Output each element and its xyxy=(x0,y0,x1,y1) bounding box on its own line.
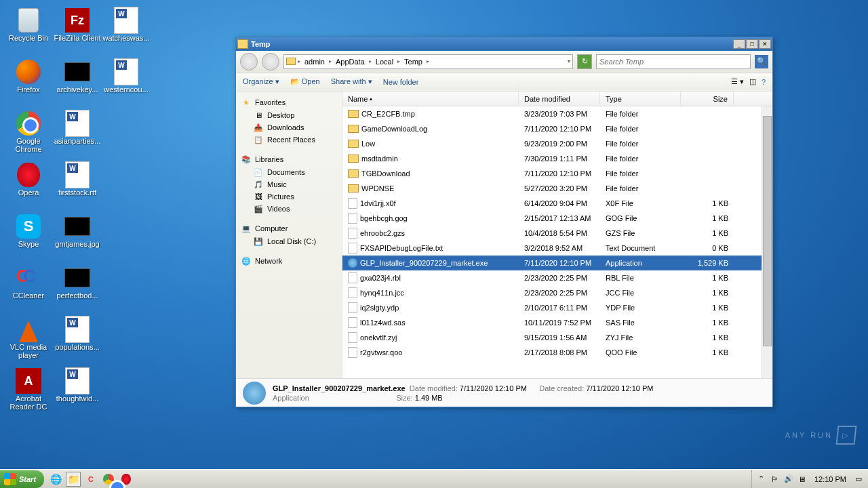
details-filename: GLP_Installer_900207229_market.exe xyxy=(273,384,406,392)
network-group[interactable]: 🌐Network xyxy=(236,254,342,268)
column-name[interactable]: Name ▴ xyxy=(342,92,519,106)
search-button[interactable]: 🔍 xyxy=(755,55,768,68)
nav-recent[interactable]: 📋Recent Places xyxy=(236,134,342,146)
desktop-icon[interactable]: westerncou... xyxy=(102,56,151,107)
file-row[interactable]: hynq411n.jcc2/23/2020 2:25 PMJCC File1 K… xyxy=(342,285,772,300)
search-box[interactable] xyxy=(596,54,751,69)
computer-icon: 💻 xyxy=(241,224,251,233)
chevron-right-icon[interactable]: ▸ xyxy=(369,58,372,64)
new-folder-button[interactable]: New folder xyxy=(383,78,419,86)
nav-downloads[interactable]: 📥Downloads xyxy=(236,121,342,134)
preview-pane-button[interactable]: ◫ xyxy=(749,77,756,86)
taskbar-clock[interactable]: 12:10 PM xyxy=(810,475,850,483)
column-date[interactable]: Date modified xyxy=(519,92,600,106)
desktop-icons-grid: Recycle BinFirefoxGoogle ChromeOperaSSky… xyxy=(4,4,151,458)
computer-group[interactable]: 💻Computer xyxy=(236,222,342,235)
desktop-icon[interactable]: Recycle Bin xyxy=(4,4,53,56)
file-row[interactable]: bgehbcgh.gog2/15/2017 12:13 AMGOG File1 … xyxy=(342,211,772,226)
column-size[interactable]: Size xyxy=(681,92,734,106)
file-row[interactable]: GameDownloadLog7/11/2020 12:10 PMFile fo… xyxy=(342,121,772,136)
nav-videos[interactable]: 🎬Videos xyxy=(236,203,342,215)
address-bar[interactable]: ▸ admin ▸ AppData ▸ Local ▸ Temp ▸ ▾ xyxy=(283,54,573,69)
thumb-icon xyxy=(64,264,91,291)
desktop-icon[interactable]: Opera xyxy=(4,159,53,210)
file-row[interactable]: ehroobc2.gzs10/4/2018 5:54 PMGZS File1 K… xyxy=(342,226,772,241)
breadcrumb-segment[interactable]: AppData xyxy=(334,58,367,66)
file-row[interactable]: msdtadmin7/30/2019 1:11 PMFile folder xyxy=(342,151,772,166)
taskbar-chrome[interactable] xyxy=(101,472,116,487)
file-row[interactable]: CR_E2CFB.tmp3/23/2019 7:03 PMFile folder xyxy=(342,106,772,121)
minimize-button[interactable]: _ xyxy=(733,39,745,49)
tray-network[interactable]: 🖥 xyxy=(797,474,808,485)
tray-volume[interactable]: 🔊 xyxy=(783,474,794,485)
nav-music[interactable]: 🎵Music xyxy=(236,178,342,190)
file-row[interactable]: iq2slgty.ydp2/10/2017 6:11 PMYDP File1 K… xyxy=(342,300,772,315)
file-row[interactable]: WPDNSE5/27/2020 3:20 PMFile folder xyxy=(342,181,772,196)
view-menu[interactable]: ☰ ▾ xyxy=(731,77,744,86)
chevron-right-icon[interactable]: ▸ xyxy=(329,58,332,64)
icon-label: watcheswas... xyxy=(102,34,149,42)
desktop-icon[interactable]: firststock.rtf xyxy=(53,159,102,210)
chevron-down-icon[interactable]: ▾ xyxy=(568,58,570,64)
file-row[interactable]: GLP_Installer_900207229_market.exe7/11/2… xyxy=(342,256,772,270)
file-row[interactable]: TGBDownload7/11/2020 12:10 PMFile folder xyxy=(342,166,772,181)
file-icon xyxy=(348,287,357,298)
favorites-group[interactable]: ★Favorites xyxy=(236,96,342,109)
file-row[interactable]: Low9/23/2019 2:00 PMFile folder xyxy=(342,136,772,151)
desktop-icon[interactable]: watcheswas... xyxy=(102,4,151,56)
taskbar-ccleaner[interactable]: C xyxy=(83,472,98,487)
desktop-icon[interactable]: perfectbod... xyxy=(53,262,102,313)
desktop-icon[interactable]: Google Chrome xyxy=(4,107,53,159)
desktop-icon[interactable]: CCleaner xyxy=(4,262,53,313)
open-button[interactable]: 📂 Open xyxy=(290,77,320,86)
chevron-right-icon[interactable]: ▸ xyxy=(298,58,300,64)
nav-pictures[interactable]: 🖼Pictures xyxy=(236,190,342,203)
file-row[interactable]: l011z4wd.sas10/11/2019 7:52 PMSAS File1 … xyxy=(342,315,772,330)
chevron-right-icon[interactable]: ▸ xyxy=(427,58,429,64)
back-button[interactable] xyxy=(240,53,258,70)
breadcrumb-segment[interactable]: Local xyxy=(374,58,395,66)
file-row[interactable]: gxa023j4.rbl2/23/2020 2:25 PMRBL File1 K… xyxy=(342,270,772,285)
help-button[interactable]: ? xyxy=(762,78,766,86)
forward-button[interactable] xyxy=(262,53,279,70)
show-desktop[interactable]: ▭ xyxy=(853,474,864,485)
tray-expand[interactable]: ⌃ xyxy=(756,474,767,485)
chevron-right-icon[interactable]: ▸ xyxy=(397,58,400,64)
file-icon xyxy=(348,317,357,328)
search-input[interactable] xyxy=(599,58,747,66)
nav-local-disk[interactable]: 💾Local Disk (C:) xyxy=(236,235,342,247)
taskbar-explorer[interactable]: 📁 xyxy=(66,472,81,487)
desktop-icon[interactable]: gmtjames.jpg xyxy=(53,210,102,262)
nav-documents[interactable]: 📄Documents xyxy=(236,166,342,178)
desktop-icon[interactable]: VLC media player xyxy=(4,313,53,365)
desktop-icon[interactable]: AAcrobat Reader DC xyxy=(4,365,53,416)
start-button[interactable]: Start xyxy=(0,470,44,488)
tray-action-center[interactable]: 🏳 xyxy=(770,474,781,485)
taskbar-ie[interactable]: 🌐 xyxy=(48,472,63,487)
desktop-icon[interactable]: FzFileZilla Client xyxy=(53,4,102,56)
organize-menu[interactable]: Organize ▾ xyxy=(243,77,279,86)
titlebar[interactable]: Temp _ □ ✕ xyxy=(236,37,772,51)
file-row[interactable]: 1dvi1rjj.x0f6/14/2020 9:04 PMX0F File1 K… xyxy=(342,196,772,211)
libraries-group[interactable]: 📚Libraries xyxy=(236,152,342,166)
breadcrumb-segment[interactable]: Temp xyxy=(402,58,425,66)
maximize-button[interactable]: □ xyxy=(746,39,758,49)
close-button[interactable]: ✕ xyxy=(759,39,771,49)
nav-desktop[interactable]: 🖥Desktop xyxy=(236,109,342,121)
file-row[interactable]: r2gvtwsr.qoo2/17/2018 8:08 PMQOO File1 K… xyxy=(342,345,772,360)
scroll-thumb[interactable] xyxy=(763,116,772,346)
desktop-icon[interactable]: Firefox xyxy=(4,56,53,107)
column-type[interactable]: Type xyxy=(600,92,681,106)
vertical-scrollbar[interactable] xyxy=(762,106,772,378)
desktop-icon[interactable]: archivekey... xyxy=(53,56,102,107)
breadcrumb-segment[interactable]: admin xyxy=(302,58,327,66)
file-row[interactable]: FXSAPIDebugLogFile.txt3/2/2018 9:52 AMTe… xyxy=(342,241,772,256)
icon-label: firststock.rtf xyxy=(58,188,96,197)
desktop-icon[interactable]: asianparties... xyxy=(53,107,102,159)
desktop-icon[interactable]: SSkype xyxy=(4,210,53,262)
desktop-icon[interactable]: thoughtwid... xyxy=(53,365,102,416)
desktop-icon[interactable]: populations... xyxy=(53,313,102,365)
share-menu[interactable]: Share with ▾ xyxy=(331,77,372,86)
file-row[interactable]: onekvtlf.zyj9/15/2019 1:56 AMZYJ File1 K… xyxy=(342,330,772,345)
refresh-button[interactable]: ↻ xyxy=(577,54,592,69)
